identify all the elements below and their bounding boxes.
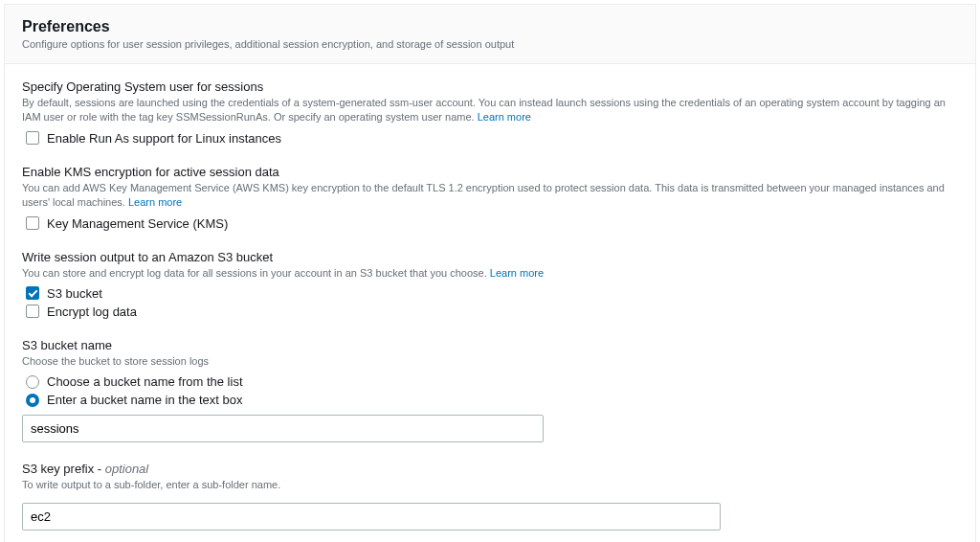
page-title: Preferences bbox=[22, 18, 958, 35]
os-user-desc: By default, sessions are launched using … bbox=[22, 96, 958, 125]
s3-bucket-name-input[interactable] bbox=[22, 415, 544, 442]
kms-checkbox[interactable] bbox=[26, 216, 39, 230]
s3-output-desc-text: You can store and encrypt log data for a… bbox=[22, 267, 490, 279]
enable-run-as-checkbox[interactable] bbox=[26, 131, 39, 145]
kms-title: Enable KMS encryption for active session… bbox=[22, 165, 958, 179]
page-subtitle: Configure options for user session privi… bbox=[22, 38, 958, 50]
kms-learn-more-link[interactable]: Learn more bbox=[128, 196, 182, 208]
s3-output-learn-more-link[interactable]: Learn more bbox=[490, 267, 544, 279]
encrypt-log-checkbox-row: Encrypt log data bbox=[26, 305, 958, 319]
preferences-panel: Preferences Configure options for user s… bbox=[4, 4, 976, 542]
os-user-learn-more-link[interactable]: Learn more bbox=[478, 111, 531, 123]
bucket-from-list-label: Choose a bucket name from the list bbox=[47, 374, 243, 389]
section-s3-output: Write session output to an Amazon S3 buc… bbox=[22, 250, 958, 319]
section-s3-bucket-name: S3 bucket name Choose the bucket to stor… bbox=[22, 338, 958, 442]
bucket-text-radio[interactable] bbox=[26, 394, 39, 407]
os-user-checkbox-row: Enable Run As support for Linux instance… bbox=[26, 131, 958, 146]
s3-bucket-checkbox-row: S3 bucket bbox=[26, 286, 958, 301]
section-s3-key-prefix: S3 key prefix - optional To write output… bbox=[22, 462, 958, 530]
bucket-from-list-radio[interactable] bbox=[26, 375, 39, 389]
s3-output-desc: You can store and encrypt log data for a… bbox=[22, 266, 958, 281]
s3-key-prefix-title: S3 key prefix - optional bbox=[22, 462, 958, 476]
s3-key-prefix-input[interactable] bbox=[22, 503, 721, 531]
s3-bucket-name-title: S3 bucket name bbox=[22, 338, 958, 352]
radio-row-text: Enter a bucket name in the text box bbox=[26, 393, 958, 407]
s3-key-prefix-optional: optional bbox=[105, 462, 149, 476]
kms-checkbox-label: Key Management Service (KMS) bbox=[47, 216, 228, 231]
radio-row-list: Choose a bucket name from the list bbox=[26, 374, 958, 389]
panel-body: Specify Operating System user for sessio… bbox=[5, 64, 975, 542]
section-kms: Enable KMS encryption for active session… bbox=[22, 165, 958, 231]
s3-key-prefix-title-main: S3 key prefix - bbox=[22, 462, 105, 476]
s3-bucket-name-desc: Choose the bucket to store session logs bbox=[22, 354, 958, 369]
s3-bucket-checkbox[interactable] bbox=[26, 286, 39, 300]
s3-output-title: Write session output to an Amazon S3 buc… bbox=[22, 250, 958, 264]
kms-desc: You can add AWS Key Management Service (… bbox=[22, 181, 958, 211]
enable-run-as-label: Enable Run As support for Linux instance… bbox=[47, 131, 281, 146]
kms-checkbox-row: Key Management Service (KMS) bbox=[26, 216, 958, 231]
panel-header: Preferences Configure options for user s… bbox=[5, 5, 975, 64]
s3-bucket-checkbox-label: S3 bucket bbox=[47, 286, 102, 301]
section-os-user: Specify Operating System user for sessio… bbox=[22, 79, 958, 146]
os-user-title: Specify Operating System user for sessio… bbox=[22, 79, 958, 94]
encrypt-log-checkbox[interactable] bbox=[26, 305, 39, 318]
bucket-text-label: Enter a bucket name in the text box bbox=[47, 393, 243, 407]
encrypt-log-checkbox-label: Encrypt log data bbox=[47, 305, 137, 319]
s3-key-prefix-desc: To write output to a sub-folder, enter a… bbox=[22, 478, 958, 492]
